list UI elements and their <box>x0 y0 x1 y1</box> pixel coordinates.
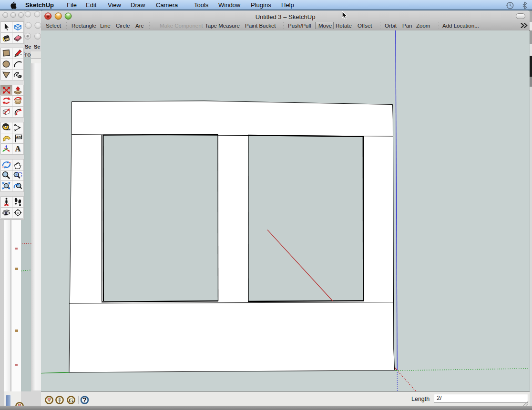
svg-text:Abc: Abc <box>16 135 22 138</box>
svg-text:A: A <box>15 145 20 153</box>
svg-text:?: ? <box>82 396 87 404</box>
svg-text:G: G <box>69 397 73 404</box>
